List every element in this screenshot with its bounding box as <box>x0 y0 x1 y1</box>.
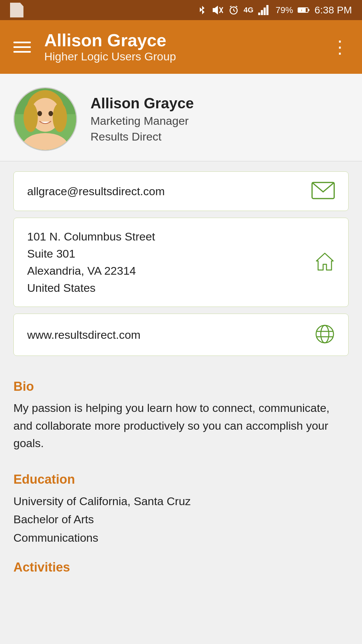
svg-line-5 <box>234 10 235 11</box>
svg-line-6 <box>230 6 231 7</box>
profile-section: Allison Grayce Marketing Manager Results… <box>0 74 362 161</box>
mute-icon <box>212 5 224 15</box>
bio-heading: Bio <box>13 379 349 394</box>
email-value: allgrace@resultsdirect.com <box>27 183 165 200</box>
svg-marker-26 <box>316 253 333 270</box>
battery-icon <box>298 6 310 14</box>
status-bar-left <box>10 3 23 17</box>
svg-marker-0 <box>213 6 218 14</box>
avatar-image <box>14 88 76 150</box>
network-type-label: 4G <box>244 6 253 14</box>
status-bar: 4G 79% 6:38 PM <box>0 0 362 20</box>
svg-point-28 <box>316 325 334 343</box>
notification-icon <box>10 3 23 17</box>
svg-rect-11 <box>266 5 268 15</box>
website-card[interactable]: www.resultsdirect.com <box>13 314 349 356</box>
time-label: 6:38 PM <box>314 4 352 16</box>
profile-name: Allison Grayce <box>90 95 194 112</box>
bio-text: My passion is helping you learn how to c… <box>13 399 349 452</box>
app-bar-user-name: Allison Grayce <box>44 31 176 50</box>
globe-icon <box>315 324 335 345</box>
battery-label: 79% <box>276 5 293 15</box>
app-bar-group-name: Higher Logic Users Group <box>44 50 176 63</box>
svg-rect-14 <box>308 9 309 11</box>
svg-point-20 <box>23 103 38 132</box>
avatar <box>13 87 77 151</box>
email-icon <box>311 182 335 201</box>
profile-company: Results Direct <box>90 130 194 143</box>
home-icon <box>315 252 335 273</box>
svg-point-23 <box>38 111 42 116</box>
menu-button[interactable] <box>13 42 31 53</box>
activities-heading: Activities <box>13 560 349 575</box>
svg-line-7 <box>236 6 237 7</box>
education-section: Education University of California, Sant… <box>0 459 362 553</box>
svg-rect-10 <box>264 8 266 15</box>
app-bar: Allison Grayce Higher Logic Users Group … <box>0 20 362 74</box>
alarm-icon <box>228 5 239 15</box>
website-value: www.resultsdirect.com <box>27 326 140 343</box>
email-card[interactable]: allgrace@resultsdirect.com <box>13 171 349 211</box>
svg-rect-13 <box>298 8 306 12</box>
additional-section: Activities <box>0 553 362 588</box>
address-value: 101 N. Columnbus Street Suite 301 Alexan… <box>27 228 155 297</box>
bio-section: Bio My passion is helping you learn how … <box>0 366 362 459</box>
profile-info: Allison Grayce Marketing Manager Results… <box>90 95 194 143</box>
field-name: Communications <box>13 529 349 547</box>
education-heading: Education <box>13 472 349 487</box>
bluetooth-icon <box>197 4 207 16</box>
degree-name: Bachelor of Arts <box>13 510 349 528</box>
svg-point-21 <box>53 103 67 132</box>
svg-point-24 <box>49 111 53 116</box>
more-options-button[interactable]: ⋮ <box>331 38 349 56</box>
status-bar-right: 4G 79% 6:38 PM <box>197 4 352 16</box>
svg-rect-9 <box>261 10 263 15</box>
address-card[interactable]: 101 N. Columnbus Street Suite 301 Alexan… <box>13 218 349 307</box>
signal-icon <box>258 5 271 15</box>
profile-title: Marketing Manager <box>90 114 194 127</box>
education-details: University of California, Santa Cruz Bac… <box>13 492 349 547</box>
contact-section: allgrace@resultsdirect.com 101 N. Column… <box>0 161 362 366</box>
university-name: University of California, Santa Cruz <box>13 492 349 510</box>
svg-rect-8 <box>258 13 260 15</box>
svg-point-29 <box>321 325 329 343</box>
app-bar-title-group: Allison Grayce Higher Logic Users Group <box>44 31 176 63</box>
